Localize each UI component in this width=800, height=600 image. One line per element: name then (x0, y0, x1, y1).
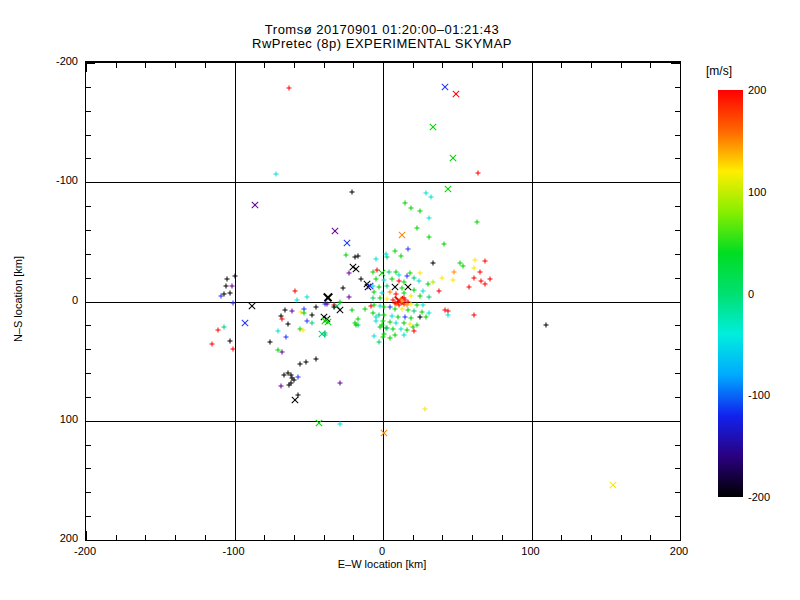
tick-mark (86, 492, 91, 493)
scatter-point (337, 380, 342, 385)
tick-mark (675, 445, 680, 446)
scatter-point (461, 263, 466, 268)
tick-mark (675, 230, 680, 231)
tick-mark (86, 206, 91, 207)
scatter-point (228, 338, 233, 343)
scatter-point (442, 183, 455, 196)
tick-mark (650, 535, 651, 540)
tick-mark (264, 535, 265, 540)
tick-mark (324, 63, 325, 68)
scatter-point (404, 274, 409, 279)
scatter-point (388, 336, 393, 341)
tick-mark (675, 111, 680, 112)
scatter-point (403, 200, 408, 205)
x-tick-label: -100 (222, 545, 244, 557)
scatter-point (278, 384, 283, 389)
tick-mark (86, 158, 91, 159)
tick-mark (86, 254, 91, 255)
scatter-point (401, 320, 406, 325)
tick-mark (675, 492, 680, 493)
scatter-point (483, 258, 488, 263)
scatter-point (395, 315, 400, 320)
colorbar-tick-label: -200 (748, 491, 770, 503)
tick-mark (235, 531, 236, 540)
scatter-point (427, 235, 432, 240)
scatter-point (409, 301, 414, 306)
colorbar-gradient (718, 90, 743, 497)
colorbar-tick-label: 200 (748, 84, 766, 96)
scatter-point (280, 317, 285, 322)
scatter-point (324, 301, 329, 306)
scatter-point (409, 293, 414, 298)
scatter-point (354, 323, 359, 328)
scatter-point (355, 254, 360, 259)
y-tick-label: 100 (30, 413, 78, 425)
scatter-point (287, 382, 292, 387)
scatter-point (349, 307, 354, 312)
tick-mark (86, 278, 91, 279)
scatter-point (412, 287, 417, 292)
scatter-point (427, 294, 432, 299)
tick-mark (175, 63, 176, 68)
scatter-point (441, 242, 446, 247)
scatter-point (370, 311, 375, 316)
scatter-point (425, 281, 430, 286)
scatter-point (421, 303, 426, 308)
scatter-point (446, 312, 451, 317)
scatter-point (396, 228, 409, 241)
scatter-point (412, 329, 417, 334)
y-tick-label: -100 (30, 174, 78, 186)
colorbar-unit-label: [m/s] (706, 64, 732, 78)
gridline-vertical (532, 63, 533, 540)
scatter-point (376, 285, 381, 290)
scatter-point (607, 479, 620, 492)
scatter-point (284, 335, 289, 340)
plot-area (85, 61, 681, 541)
scatter-point (268, 340, 273, 345)
tick-mark (621, 63, 622, 68)
scatter-point (452, 269, 457, 274)
scatter-point (275, 329, 280, 334)
scatter-point (386, 269, 391, 274)
tick-mark (621, 535, 622, 540)
scatter-point (314, 305, 319, 310)
scatter-point (398, 326, 403, 331)
tick-mark (675, 278, 680, 279)
x-tick-label: -200 (74, 545, 96, 557)
scatter-point (303, 360, 308, 365)
scatter-point (231, 347, 236, 352)
scatter-point (471, 275, 476, 280)
scatter-point (329, 225, 342, 238)
scatter-point (428, 194, 433, 199)
scatter-point (294, 298, 299, 303)
scatter-point (431, 261, 436, 266)
tick-mark (383, 63, 384, 72)
scatter-point (280, 349, 285, 354)
scatter-point (415, 303, 420, 308)
scatter-point (391, 326, 396, 331)
tick-mark (86, 421, 95, 422)
tick-mark (116, 63, 117, 68)
scatter-point (372, 334, 377, 339)
tick-mark (235, 63, 236, 72)
scatter-point (300, 328, 305, 333)
scatter-point (378, 295, 383, 300)
scatter-point (422, 406, 427, 411)
scatter-point (406, 247, 411, 252)
scatter-point (392, 249, 397, 254)
x-tick-label: 0 (379, 545, 385, 557)
tick-mark (383, 531, 384, 540)
scatter-point (418, 315, 423, 320)
tick-mark (675, 87, 680, 88)
scatter-point (427, 121, 440, 134)
scatter-point (427, 216, 432, 221)
scatter-point (302, 311, 307, 316)
scatter-point (363, 306, 368, 311)
scatter-point (392, 300, 397, 305)
gridline-horizontal (86, 302, 680, 303)
tick-mark (675, 135, 680, 136)
scatter-point (373, 256, 378, 261)
scatter-point (249, 199, 262, 212)
scatter-point (231, 300, 236, 305)
tick-mark (591, 535, 592, 540)
